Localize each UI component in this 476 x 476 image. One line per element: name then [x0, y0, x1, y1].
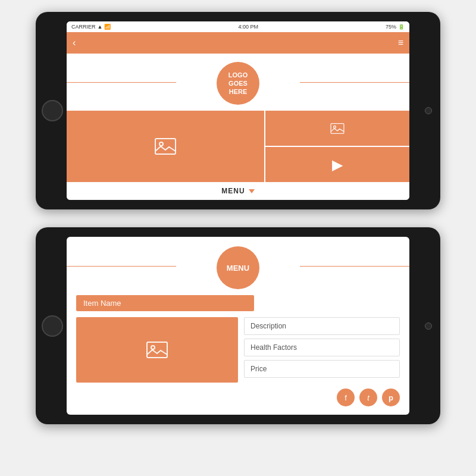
battery-text: 75% [386, 24, 396, 30]
facebook-label: f [345, 393, 347, 402]
content-images: ▶ [67, 111, 409, 182]
carrier-text: CARRIER [71, 24, 96, 30]
item-name-field[interactable]: Item Name [76, 295, 254, 311]
svg-point-3 [334, 126, 336, 128]
pinterest-label: p [389, 393, 393, 402]
menu-area: MENU [67, 237, 409, 295]
status-bar-right: 75% 🔋 [386, 24, 405, 30]
navbar: ‹ ≡ [67, 32, 409, 54]
menu-circle[interactable]: MENU [217, 246, 259, 289]
tablet-1-screen: CARRIER ▲ 📶 4:00 PM 75% 🔋 ‹ ≡ LOGOGOESHE… [67, 21, 409, 200]
signal-icon: ▲ [98, 24, 103, 30]
item-image-icon [146, 342, 168, 358]
svg-point-1 [159, 142, 163, 146]
main-image-icon [155, 138, 176, 155]
description-label: Description [250, 322, 286, 330]
svg-rect-2 [331, 123, 344, 133]
price-label: Price [250, 365, 267, 373]
back-button[interactable]: ‹ [73, 37, 76, 48]
main-area: Description Health Factors Price [67, 317, 409, 389]
side-image-bottom: ▶ [265, 147, 409, 182]
facebook-icon[interactable]: f [337, 389, 355, 406]
side-image-top-icon [330, 123, 345, 134]
status-bar-center: 4:00 PM [238, 24, 258, 30]
play-icon[interactable]: ▶ [332, 156, 343, 173]
twitter-icon[interactable]: t [359, 389, 377, 406]
item-image-placeholder [76, 317, 238, 383]
svg-rect-4 [147, 342, 167, 358]
main-image-placeholder [67, 111, 264, 182]
tablet-1: CARRIER ▲ 📶 4:00 PM 75% 🔋 ‹ ≡ LOGOGOESHE… [36, 12, 440, 209]
item-name-label: Item Name [83, 299, 121, 308]
time-text: 4:00 PM [238, 24, 258, 30]
logo-area: LOGOGOESHERE [67, 54, 409, 111]
menu-button[interactable]: ≡ [398, 37, 403, 48]
social-icons: f t p [67, 389, 409, 415]
svg-point-5 [151, 346, 155, 349]
side-images: ▶ [265, 111, 409, 182]
svg-rect-0 [155, 139, 176, 154]
logo-text: LOGOGOESHERE [228, 71, 248, 96]
price-field[interactable]: Price [244, 360, 400, 378]
tablet2-content: MENU Item Name [67, 237, 409, 415]
pinterest-icon[interactable]: p [382, 389, 400, 406]
menu-circle-label: MENU [227, 264, 249, 273]
twitter-label: t [367, 393, 369, 402]
item-fields: Description Health Factors Price [244, 317, 400, 383]
health-factors-field[interactable]: Health Factors [244, 339, 400, 356]
chevron-down-icon [249, 189, 255, 193]
status-bar-left: CARRIER ▲ 📶 [71, 24, 111, 30]
menu-bar[interactable]: MENU [67, 182, 409, 200]
menu-label: MENU [221, 187, 245, 195]
item-name-row: Item Name [67, 295, 409, 317]
description-field[interactable]: Description [244, 317, 400, 335]
battery-icon: 🔋 [398, 24, 405, 30]
wifi-icon: 📶 [104, 24, 111, 30]
side-image-top [265, 111, 409, 146]
status-bar: CARRIER ▲ 📶 4:00 PM 75% 🔋 [67, 21, 409, 32]
tablet-2: MENU Item Name [36, 227, 440, 424]
tablet-2-screen: MENU Item Name [67, 237, 409, 415]
health-factors-label: Health Factors [250, 343, 297, 352]
logo-circle: LOGOGOESHERE [217, 62, 259, 105]
